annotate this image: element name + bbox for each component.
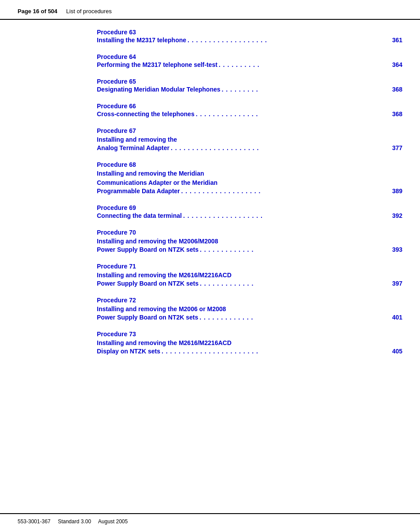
procedure-dots-70: . . . . . . . . . . . . . <box>199 246 392 253</box>
procedure-dots-65: . . . . . . . . . <box>221 86 392 93</box>
doc-number: 553-3001-367 <box>18 518 51 525</box>
procedure-page-73: 405 <box>392 348 402 355</box>
procedure-page-67: 377 <box>392 144 402 151</box>
procedure-entry-70: Procedure 70Installing and removing the … <box>97 229 402 253</box>
procedure-dots-67: . . . . . . . . . . . . . . . . . . . . … <box>169 144 392 151</box>
procedure-page-63: 361 <box>392 37 402 44</box>
procedure-entry-63: Procedure 63Installing the M2317 telepho… <box>97 29 402 44</box>
procedure-title-73: Procedure 73 <box>97 331 402 338</box>
procedure-page-66: 368 <box>392 110 402 118</box>
content-area: Procedure 63Installing the M2317 telepho… <box>0 20 420 513</box>
procedure-title-63: Procedure 63 <box>97 29 402 36</box>
procedure-title-66: Procedure 66 <box>97 103 402 110</box>
procedure-desc-72: Installing and removing the M2006 or M20… <box>97 305 402 321</box>
procedure-entry-72: Procedure 72Installing and removing the … <box>97 297 402 321</box>
procedure-desc-64: Performing the M2317 telephone self-test… <box>97 61 402 68</box>
procedure-dots-64: . . . . . . . . . . <box>217 61 392 68</box>
procedure-entry-64: Procedure 64Performing the M2317 telepho… <box>97 53 402 68</box>
procedure-entry-68: Procedure 68Installing and removing the … <box>97 161 402 195</box>
procedure-desc-71: Installing and removing the M2616/M2216A… <box>97 271 402 287</box>
procedure-page-71: 397 <box>392 280 402 287</box>
procedure-desc-73: Installing and removing the M2616/M2216A… <box>97 338 402 355</box>
publication-date: August 2005 <box>98 518 128 525</box>
page-container: Page 16 of 504 List of procedures Proced… <box>0 0 420 529</box>
procedure-title-68: Procedure 68 <box>97 161 402 168</box>
procedure-title-70: Procedure 70 <box>97 229 402 236</box>
procedure-entry-73: Procedure 73Installing and removing the … <box>97 331 402 355</box>
procedure-title-65: Procedure 65 <box>97 78 402 85</box>
page-header: Page 16 of 504 List of procedures <box>0 0 420 20</box>
procedure-entry-65: Procedure 65Designating Meridian Modular… <box>97 78 402 93</box>
procedure-dots-71: . . . . . . . . . . . . . <box>199 280 392 287</box>
procedure-page-68: 389 <box>392 187 402 195</box>
procedure-title-69: Procedure 69 <box>97 204 402 211</box>
procedure-page-69: 392 <box>392 212 402 219</box>
page-number: Page 16 of 504 <box>18 8 57 15</box>
procedure-desc-65: Designating Meridian Modular Telephones … <box>97 86 402 93</box>
procedure-dots-66: . . . . . . . . . . . . . . . <box>195 110 392 118</box>
procedure-desc-63: Installing the M2317 telephone . . . . .… <box>97 37 402 44</box>
procedure-entry-69: Procedure 69Connecting the data terminal… <box>97 204 402 219</box>
procedure-title-71: Procedure 71 <box>97 263 402 270</box>
page-footer: 553-3001-367 Standard 3.00 August 2005 <box>0 513 420 529</box>
procedure-title-64: Procedure 64 <box>97 53 402 60</box>
procedure-dots-69: . . . . . . . . . . . . . . . . . . . <box>182 212 392 219</box>
procedure-dots-73: . . . . . . . . . . . . . . . . . . . . … <box>160 348 392 355</box>
procedure-entry-71: Procedure 71Installing and removing the … <box>97 263 402 287</box>
procedure-desc-67: Installing and removing theAnalog Termin… <box>97 135 402 151</box>
standard-version: Standard 3.00 <box>58 518 91 525</box>
procedure-entry-66: Procedure 66Cross-connecting the telepho… <box>97 103 402 118</box>
procedure-page-65: 368 <box>392 86 402 93</box>
procedure-dots-72: . . . . . . . . . . . . . <box>198 314 392 321</box>
procedure-title-67: Procedure 67 <box>97 127 402 134</box>
procedure-page-72: 401 <box>392 314 402 321</box>
procedure-entry-67: Procedure 67Installing and removing theA… <box>97 127 402 151</box>
procedure-dots-68: . . . . . . . . . . . . . . . . . . . <box>180 187 392 195</box>
procedure-desc-70: Installing and removing the M2006/M2008P… <box>97 237 402 253</box>
section-title: List of procedures <box>66 8 111 15</box>
procedure-title-72: Procedure 72 <box>97 297 402 304</box>
procedure-page-64: 364 <box>392 61 402 68</box>
procedure-desc-66: Cross-connecting the telephones . . . . … <box>97 110 402 118</box>
procedure-dots-63: . . . . . . . . . . . . . . . . . . . <box>186 37 392 44</box>
procedure-desc-69: Connecting the data terminal . . . . . .… <box>97 212 402 219</box>
procedure-desc-68: Installing and removing the MeridianComm… <box>97 169 402 195</box>
procedure-page-70: 393 <box>392 246 402 253</box>
